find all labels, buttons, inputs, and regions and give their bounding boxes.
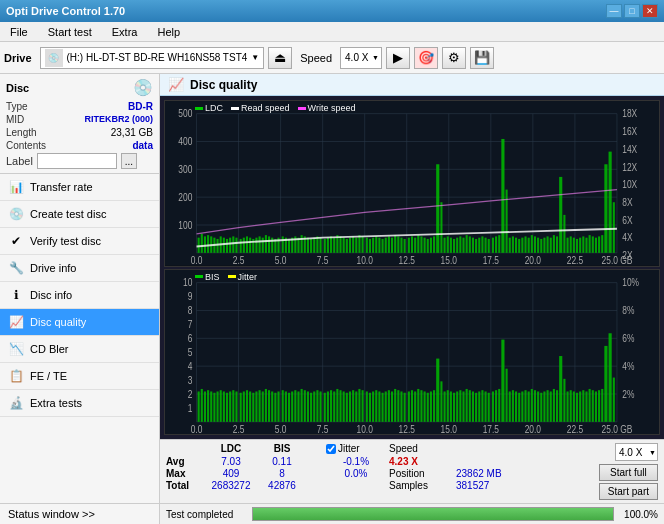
svg-text:22.5: 22.5 [567, 256, 583, 266]
play-button[interactable]: ▶ [386, 47, 410, 69]
jitter-check-label: Jitter [338, 443, 360, 454]
svg-rect-276 [391, 391, 393, 421]
status-window[interactable]: Status window >> [0, 503, 159, 524]
svg-rect-296 [456, 391, 458, 421]
svg-rect-106 [400, 238, 402, 253]
stats-speed-header: Speed [389, 443, 453, 454]
svg-rect-246 [294, 390, 296, 422]
jitter-dot [228, 275, 236, 278]
svg-text:16X: 16X [622, 126, 637, 137]
svg-rect-116 [433, 236, 435, 252]
close-button[interactable]: ✕ [642, 4, 658, 18]
svg-rect-91 [352, 236, 354, 252]
svg-rect-220 [210, 391, 212, 421]
svg-rect-160 [576, 239, 578, 253]
svg-rect-243 [285, 391, 287, 421]
right-panel: 📈 Disc quality LDC Read speed [160, 74, 664, 524]
svg-text:400: 400 [178, 137, 192, 148]
nav-extra-tests[interactable]: 🔬 Extra tests [0, 390, 159, 417]
svg-rect-245 [291, 391, 293, 421]
disc-quality-nav-icon: 📈 [8, 314, 24, 330]
nav-disc-info[interactable]: ℹ Disc info [0, 282, 159, 309]
app-title: Opti Drive Control 1.70 [6, 5, 125, 17]
svg-rect-313 [512, 390, 514, 422]
svg-rect-282 [411, 390, 413, 422]
svg-rect-232 [249, 391, 251, 421]
svg-rect-278 [397, 390, 399, 422]
svg-rect-162 [582, 236, 584, 252]
svg-text:500: 500 [178, 109, 192, 120]
svg-rect-140 [512, 236, 514, 252]
svg-rect-119 [444, 238, 446, 253]
svg-rect-113 [424, 238, 426, 253]
start-full-button[interactable]: Start full [599, 464, 658, 481]
jitter-checkbox[interactable] [326, 444, 336, 454]
svg-rect-151 [547, 236, 549, 252]
svg-rect-107 [404, 239, 406, 253]
svg-rect-83 [327, 238, 329, 253]
svg-rect-322 [540, 392, 542, 421]
nav-verify-test-disc[interactable]: ✔ Verify test disc [0, 228, 159, 255]
disc-contents-val: data [132, 140, 153, 151]
menu-extra[interactable]: Extra [106, 24, 144, 40]
svg-rect-45 [204, 236, 206, 252]
nav-cd-bler-label: CD Bler [30, 343, 69, 355]
read-speed-label: Read speed [241, 103, 290, 113]
disc-length-label: Length [6, 127, 37, 138]
svg-text:0.0: 0.0 [191, 424, 203, 434]
svg-rect-239 [271, 391, 273, 421]
disc-label-input[interactable] [37, 153, 117, 169]
svg-text:5: 5 [188, 347, 193, 358]
svg-rect-141 [515, 238, 517, 253]
jitter-label: Jitter [238, 272, 258, 282]
svg-rect-260 [339, 390, 341, 422]
nav-fe-te[interactable]: 📋 FE / TE [0, 363, 159, 390]
svg-rect-109 [411, 236, 413, 252]
menu-file[interactable]: File [4, 24, 34, 40]
svg-rect-265 [355, 391, 357, 421]
settings-button[interactable]: ⚙ [442, 47, 466, 69]
svg-rect-236 [262, 391, 264, 421]
svg-rect-286 [424, 391, 426, 421]
nav-create-test-disc[interactable]: 💿 Create test disc [0, 201, 159, 228]
nav-transfer-rate[interactable]: 📊 Transfer rate [0, 174, 159, 201]
disc-type-val: BD-R [128, 101, 153, 112]
nav-drive-info[interactable]: 🔧 Drive info [0, 255, 159, 282]
progress-area: Test completed 100.0% [160, 503, 664, 524]
svg-rect-163 [585, 238, 587, 253]
speed-select[interactable]: 4.0 X 2.0 X 8.0 X [340, 47, 382, 69]
start-part-button[interactable]: Start part [599, 483, 658, 500]
nav-drive-info-label: Drive info [30, 262, 76, 274]
svg-rect-221 [213, 392, 215, 421]
svg-rect-49 [217, 239, 219, 253]
svg-text:9: 9 [188, 291, 193, 302]
status-window-label: Status window >> [8, 508, 95, 520]
nav-cd-bler[interactable]: 📉 CD Bler [0, 336, 159, 363]
test-speed-select[interactable]: 4.0 X 2.0 X 8.0 X [615, 443, 658, 461]
svg-rect-277 [394, 388, 396, 421]
svg-rect-142 [518, 239, 520, 253]
svg-rect-270 [372, 391, 374, 421]
menubar: File Start test Extra Help [0, 22, 664, 42]
drive-selector[interactable]: 💿 (H:) HL-DT-ST BD-RE WH16NS58 TST4 ▼ [40, 47, 265, 69]
menu-help[interactable]: Help [151, 24, 186, 40]
eject-button[interactable]: ⏏ [268, 47, 292, 69]
disc-quality-btn[interactable]: 🎯 [414, 47, 438, 69]
maximize-button[interactable]: □ [624, 4, 640, 18]
svg-rect-317 [524, 390, 526, 422]
svg-rect-339 [595, 391, 597, 421]
svg-rect-263 [349, 391, 351, 421]
menu-start-test[interactable]: Start test [42, 24, 98, 40]
svg-rect-303 [478, 391, 480, 421]
svg-text:2%: 2% [622, 389, 634, 400]
nav-disc-quality[interactable]: 📈 Disc quality [0, 309, 159, 336]
svg-rect-77 [307, 238, 309, 253]
svg-rect-324 [547, 390, 549, 422]
svg-rect-81 [320, 238, 322, 253]
nav-create-disc-label: Create test disc [30, 208, 106, 220]
minimize-button[interactable]: — [606, 4, 622, 18]
svg-rect-108 [408, 238, 410, 253]
save-button[interactable]: 💾 [470, 47, 494, 69]
svg-rect-275 [388, 390, 390, 422]
label-browse-button[interactable]: ... [121, 153, 137, 169]
